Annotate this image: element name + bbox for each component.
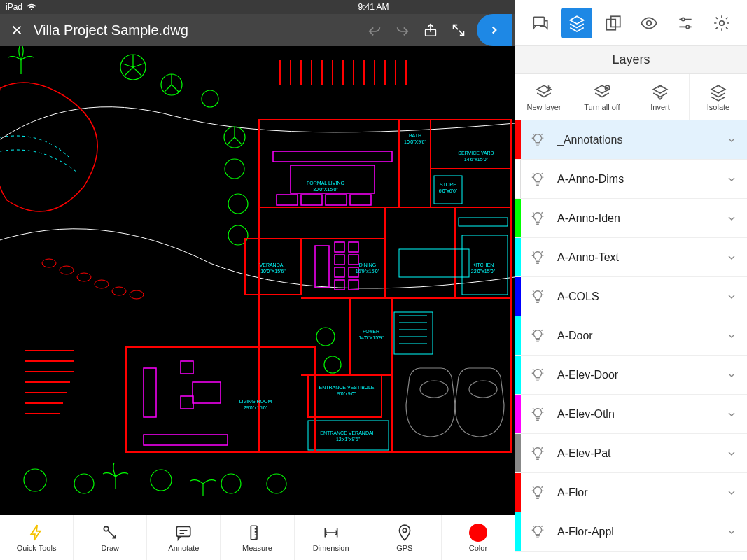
layer-name-label: A-Flor-Appl [554,526,716,538]
wifi-icon [27,2,36,12]
layer-row[interactable]: A-Flor-Appl [515,512,747,552]
layer-row[interactable]: A-Anno-Text [515,238,747,277]
svg-point-20 [324,356,341,373]
svg-rect-73 [315,246,329,288]
lightbulb-icon[interactable] [521,395,554,433]
fullscreen-button[interactable] [445,16,473,44]
isolate-button[interactable]: Isolate [690,74,747,120]
layers-tab[interactable] [561,8,592,38]
lightbulb-icon[interactable] [521,120,554,159]
annotate-button[interactable]: Annotate [147,515,221,560]
svg-rect-67 [273,151,392,162]
lightbulb-icon[interactable] [521,199,554,237]
svg-point-120 [686,25,689,28]
svg-rect-57 [399,249,469,277]
gps-button[interactable]: GPS [368,515,442,560]
draw-button[interactable]: Draw [74,515,147,560]
chevron-down-icon[interactable] [716,356,747,394]
layer-name-label: A-Elev-Pat [554,447,716,460]
lightbulb-icon[interactable] [521,473,554,512]
tool-label: Color [469,544,487,552]
lightbulb-icon[interactable] [521,434,554,472]
measure-button[interactable]: Measure [221,515,294,560]
svg-text:LIVING ROOM: LIVING ROOM [239,399,272,404]
undo-button[interactable] [361,16,389,44]
bottom-toolbar: Quick Tools Draw Annotate Measure Dimens… [0,515,515,560]
lightbulb-icon[interactable] [521,160,554,198]
svg-text:12'x1"x9'6": 12'x1"x9'6" [336,437,361,442]
invert-button[interactable]: Invert [631,74,690,120]
blocks-tab[interactable] [598,8,629,38]
layer-color-indicator [515,277,521,316]
layer-row[interactable]: A-Elev-Otln [515,395,747,434]
lightbulb-icon[interactable] [521,316,554,355]
lightbulb-icon[interactable] [521,238,554,276]
document-title: Villa Project Sample.dwg [34,22,188,38]
layer-color-indicator [515,395,521,433]
svg-rect-85 [181,396,193,409]
chevron-down-icon[interactable] [716,277,747,316]
layer-row[interactable]: A-Anno-Iden [515,199,747,238]
svg-rect-79 [349,255,358,265]
redo-button[interactable] [389,16,417,44]
chevron-down-icon[interactable] [716,434,747,472]
chevron-down-icon[interactable] [716,395,747,433]
share-button[interactable] [417,16,445,44]
svg-rect-83 [193,382,221,403]
svg-text:ENTRANCE VERANDAH: ENTRANCE VERANDAH [320,430,375,435]
svg-rect-115 [533,17,544,25]
chevron-down-icon[interactable] [716,473,747,512]
svg-rect-70 [326,195,347,205]
views-tab[interactable] [634,8,664,38]
new-layer-button[interactable]: New layer [515,74,573,120]
layer-row[interactable]: A-Door [515,316,747,356]
properties-tab[interactable] [670,8,701,38]
color-button[interactable]: Color [442,515,515,560]
svg-text:BATH: BATH [409,133,421,138]
svg-text:VERANDAH: VERANDAH [260,262,287,267]
layer-color-indicator [515,199,521,237]
layer-row[interactable]: A-Elev-Pat [515,434,747,473]
svg-rect-56 [459,218,508,226]
svg-point-9 [202,90,218,107]
layer-name-label: _Annotations [554,134,716,146]
layer-row[interactable]: A-Anno-Dims [515,160,747,199]
turn-all-off-button[interactable]: Turn all off [573,74,631,120]
chevron-down-icon[interactable] [716,512,747,551]
svg-rect-82 [144,368,156,417]
layer-row[interactable]: A-COLS [515,277,747,316]
ios-status-bar: iPad 9:41 AM [0,0,515,14]
drawing-canvas[interactable]: BATH10'0"X9'6" SERVICE YARD14'6"x15'0" S… [0,46,515,515]
lightbulb-icon[interactable] [521,356,554,394]
svg-text:10'0"X15'6": 10'0"X15'6" [260,269,286,274]
comments-tab[interactable] [525,8,556,38]
chevron-down-icon[interactable] [716,238,747,276]
svg-point-3 [77,273,91,281]
layer-row[interactable]: A-Flor [515,473,747,512]
layer-name-label: A-Door [554,330,716,342]
tool-label: Draw [101,544,119,552]
svg-point-2 [60,266,74,274]
lightbulb-icon[interactable] [521,512,554,551]
lightbulb-icon[interactable] [521,277,554,316]
settings-tab[interactable] [706,8,737,38]
chevron-down-icon[interactable] [716,316,747,355]
chevron-down-icon[interactable] [716,160,747,198]
svg-point-15 [74,474,94,493]
device-label: iPad [6,2,22,12]
tool-label: Quick Tools [17,544,57,552]
layer-name-label: A-Anno-Dims [554,173,716,186]
chevron-down-icon[interactable] [716,120,747,159]
layer-name-label: A-COLS [554,290,716,303]
close-button[interactable] [3,16,31,44]
svg-rect-59 [394,312,433,354]
layer-name-label: A-Elev-Otln [554,408,716,421]
tool-label: Measure [242,544,272,552]
layer-row[interactable]: A-Elev-Door [515,356,747,395]
quick-tools-button[interactable]: Quick Tools [0,515,74,560]
panel-toggle-button[interactable] [477,14,512,46]
chevron-down-icon[interactable] [716,199,747,237]
dimension-button[interactable]: Dimension [295,515,368,560]
svg-rect-68 [277,195,298,205]
layer-row[interactable]: _Annotations [515,120,747,160]
